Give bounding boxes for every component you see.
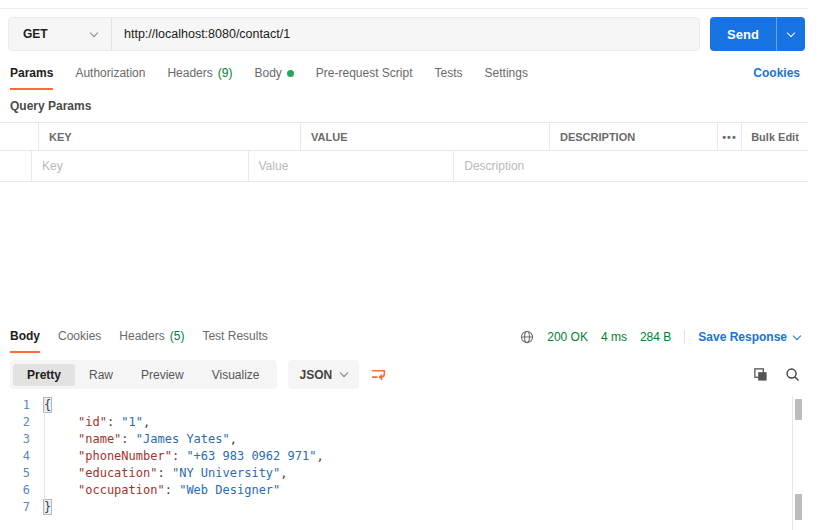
send-button[interactable]: Send <box>710 17 776 51</box>
format-select-value: JSON <box>300 368 333 382</box>
chevron-down-icon <box>340 369 348 377</box>
format-select[interactable]: JSON <box>288 360 360 389</box>
line-number: 6 <box>0 482 38 499</box>
tab-body[interactable]: Body <box>254 66 293 90</box>
table-header-row: KEY VALUE DESCRIPTION ••• Bulk Edit <box>0 122 808 150</box>
chevron-down-icon <box>793 331 801 339</box>
line-number: 3 <box>0 431 38 448</box>
param-key-input[interactable] <box>42 159 247 173</box>
send-options-button[interactable] <box>776 17 805 51</box>
query-params-table: KEY VALUE DESCRIPTION ••• Bulk Edit <box>0 122 808 182</box>
row-gutter <box>0 151 31 181</box>
more-options-icon[interactable]: ••• <box>717 123 741 150</box>
code-line: 1 { <box>0 397 792 414</box>
code-line: 6 "occupation": "Web Designer" <box>0 482 792 499</box>
body-modified-dot <box>287 70 294 77</box>
send-button-group: Send <box>710 17 805 51</box>
response-format-bar: Pretty Raw Preview Visualize JSON <box>10 360 800 389</box>
response-meta: 200 OK 4 ms 284 B Save Response <box>520 329 800 344</box>
open-brace: { <box>44 398 51 412</box>
tab-headers-label: Headers <box>167 66 212 80</box>
divider <box>684 330 685 344</box>
column-header-description: DESCRIPTION <box>549 123 717 150</box>
method-select[interactable]: GET <box>9 18 112 50</box>
copy-icon[interactable] <box>753 367 768 382</box>
view-mode-switcher: Pretty Raw Preview Visualize <box>10 360 277 389</box>
view-pretty[interactable]: Pretty <box>13 364 75 386</box>
code-line: 5 "education": "NY University", <box>0 465 792 482</box>
view-visualize[interactable]: Visualize <box>198 364 274 386</box>
row-gutter <box>0 123 38 150</box>
param-description-input[interactable] <box>464 159 808 173</box>
param-value-input[interactable] <box>259 159 454 173</box>
gutter-divider <box>44 399 45 516</box>
column-header-key: KEY <box>38 123 300 150</box>
line-number: 5 <box>0 465 38 482</box>
column-header-value: VALUE <box>300 123 549 150</box>
code-line: 3 "name": "James Yates", <box>0 431 792 448</box>
tab-tests[interactable]: Tests <box>435 66 463 90</box>
table-row <box>0 150 808 182</box>
code-line: 4 "phoneNumber": "+63 983 0962 971", <box>0 448 792 465</box>
chevron-down-icon <box>90 28 98 36</box>
scrollbar-track <box>792 396 793 530</box>
response-time: 4 ms <box>601 330 627 344</box>
response-tab-body[interactable]: Body <box>10 329 40 353</box>
request-tabs: Params Authorization Headers (9) Body Pr… <box>10 66 800 90</box>
tab-pre-request-script[interactable]: Pre-request Script <box>316 66 413 90</box>
top-divider <box>0 8 808 9</box>
response-tab-headers[interactable]: Headers (5) <box>119 329 184 353</box>
chevron-down-icon <box>787 28 795 36</box>
code-line: 7 } <box>0 499 792 516</box>
response-actions <box>753 367 800 382</box>
response-tab-cookies[interactable]: Cookies <box>58 329 101 353</box>
save-response-button[interactable]: Save Response <box>698 330 800 344</box>
cookies-link[interactable]: Cookies <box>753 66 800 80</box>
headers-count-badge: (9) <box>218 66 233 80</box>
bulk-edit-button[interactable]: Bulk Edit <box>741 123 808 150</box>
view-raw[interactable]: Raw <box>75 364 127 386</box>
search-icon[interactable] <box>785 367 800 382</box>
line-number: 2 <box>0 414 38 431</box>
url-input[interactable] <box>112 18 699 50</box>
tab-headers[interactable]: Headers (9) <box>167 66 232 90</box>
postman-request-view: GET Send Params Authorization Headers (9… <box>0 0 825 530</box>
code-line: 2 "id": "1", <box>0 414 792 431</box>
tab-settings[interactable]: Settings <box>485 66 528 90</box>
wrap-lines-icon[interactable] <box>370 366 387 383</box>
response-body-code: 1 { 2 "id": "1", 3 "name": "James Yates"… <box>0 397 792 516</box>
line-number: 4 <box>0 448 38 465</box>
response-status: 200 OK <box>547 330 588 344</box>
line-number: 7 <box>0 499 38 516</box>
globe-icon[interactable] <box>520 330 534 344</box>
tab-params[interactable]: Params <box>10 66 53 90</box>
response-size: 284 B <box>640 330 671 344</box>
tab-body-label: Body <box>254 66 281 80</box>
method-label: GET <box>23 27 48 41</box>
response-headers-count-badge: (5) <box>170 329 185 343</box>
url-builder: GET <box>8 17 700 51</box>
scrollbar-thumb[interactable] <box>795 399 802 420</box>
tab-authorization[interactable]: Authorization <box>75 66 145 90</box>
response-header: Body Cookies Headers (5) Test Results 20… <box>10 329 800 353</box>
line-number: 1 <box>0 397 38 414</box>
query-params-label: Query Params <box>10 99 91 113</box>
close-brace: } <box>44 500 51 514</box>
scrollbar-thumb[interactable] <box>795 494 802 520</box>
response-tab-test-results[interactable]: Test Results <box>202 329 267 353</box>
view-preview[interactable]: Preview <box>127 364 198 386</box>
response-headers-label: Headers <box>119 329 164 343</box>
